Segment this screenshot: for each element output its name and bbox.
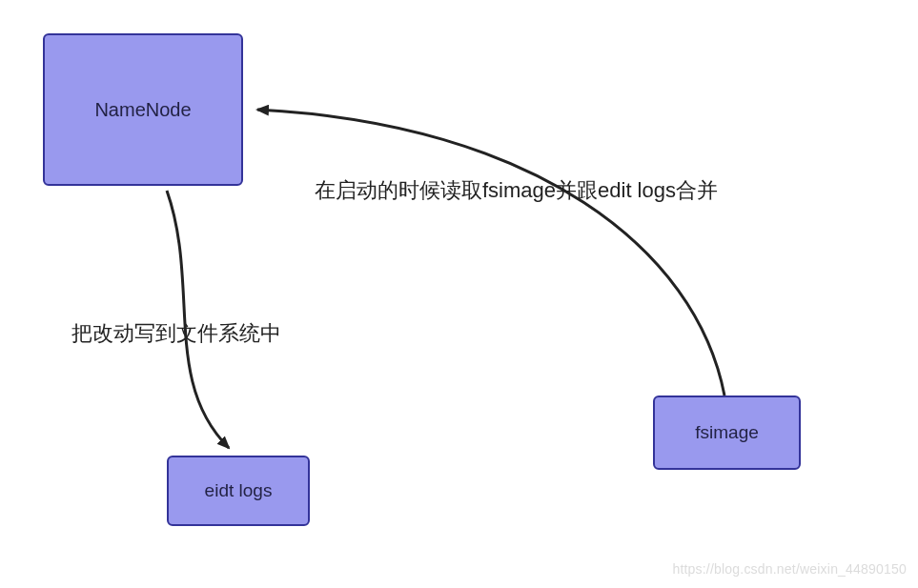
node-eidt-logs-label: eidt logs (205, 480, 273, 501)
node-eidt-logs: eidt logs (167, 456, 310, 526)
edge-fsimage-to-namenode (257, 110, 724, 395)
node-namenode: NameNode (43, 33, 243, 186)
edge-label-write-fs: 把改动写到文件系统中 (71, 319, 281, 348)
node-fsimage: fsimage (653, 395, 801, 470)
edge-label-read-merge: 在启动的时候读取fsimage并跟edit logs合并 (315, 176, 718, 205)
node-namenode-label: NameNode (94, 99, 191, 121)
node-fsimage-label: fsimage (695, 422, 759, 443)
watermark-text: https://blog.csdn.net/weixin_44890150 (672, 561, 907, 577)
